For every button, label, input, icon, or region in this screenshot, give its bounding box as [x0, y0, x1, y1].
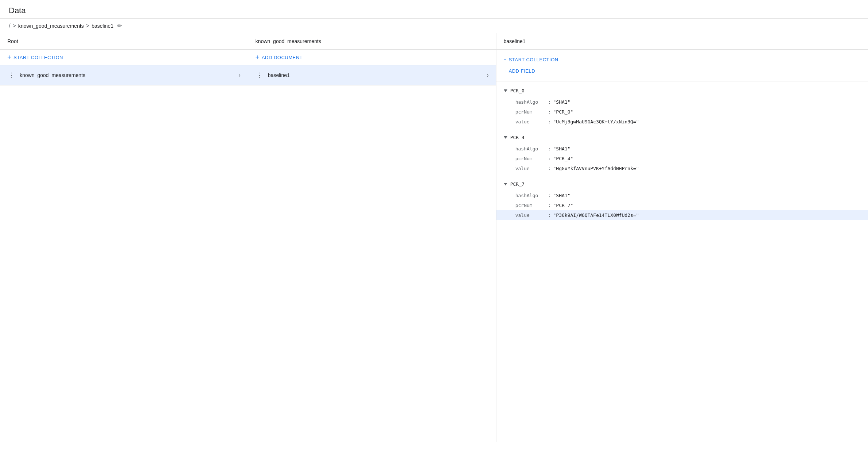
root-start-collection-button[interactable]: + START COLLECTION	[0, 50, 248, 65]
pcr-4-collapse-icon[interactable]	[504, 136, 507, 139]
baseline1-detail-panel: + START COLLECTION + ADD FIELD PCR_0	[496, 50, 868, 227]
breadcrumb: / > known_good_measurements > baseline1 …	[0, 19, 868, 33]
pcr-7-name: PCR_7	[510, 181, 525, 187]
pcr-4-value-val: "HgGxYkfAVVnuPVK+YfAddNHPrnk="	[553, 166, 639, 171]
baseline1-three-dots-icon[interactable]: ⋮	[256, 70, 264, 80]
pcr-4-value-key: value	[515, 166, 548, 171]
chevron-right-icon: ›	[239, 72, 241, 78]
pcr-0-value-val: "UcMj3gwMaU9GAc3QK+tY/xNin3Q="	[553, 119, 639, 124]
breadcrumb-collection-link[interactable]: known_good_measurements	[18, 23, 84, 29]
pcr-0-value-row: value : "UcMj3gwMaU9GAc3QK+tY/xNin3Q="	[496, 117, 868, 127]
baseline1-column: baseline1 + START COLLECTION + ADD FIELD…	[496, 33, 868, 442]
baseline1-start-collection-label: START COLLECTION	[509, 57, 558, 62]
pcr-7-value-val: "P36k9AI/W6QTAFe14TLX0WfUd2s="	[553, 212, 639, 218]
known-good-measurements-column: known_good_measurements + ADD DOCUMENT ⋮…	[248, 33, 496, 442]
pcr-4-group: PCR_4 hashAlgo : "SHA1" pcrNum : "PCR_4"	[496, 131, 868, 176]
pcr-4-hashalgo-value: "SHA1"	[553, 146, 571, 151]
known-good-measurements-header: known_good_measurements	[248, 33, 496, 50]
baseline1-actions: + START COLLECTION + ADD FIELD	[496, 50, 868, 81]
pcr-7-hashalgo-value: "SHA1"	[553, 193, 571, 198]
pcr-7-pcrnum-key: pcrNum	[515, 203, 548, 208]
pcr-4-pcrnum-value: "PCR_4"	[553, 156, 573, 161]
breadcrumb-chevron2: >	[86, 23, 89, 29]
pcr-4-name: PCR_4	[510, 135, 525, 140]
root-collection-item[interactable]: ⋮ known_good_measurements ›	[0, 65, 248, 85]
pcr-0-pcrnum-key: pcrNum	[515, 109, 548, 115]
add-field-plus-icon: +	[504, 68, 507, 74]
root-column: Root + START COLLECTION ⋮ known_good_mea…	[0, 33, 248, 442]
pcr-7-group: PCR_7 hashAlgo : "SHA1" pcrNum : "PCR_7"	[496, 178, 868, 223]
pcr-0-pcrnum-value: "PCR_0"	[553, 109, 573, 115]
pcr-4-hashalgo-row: hashAlgo : "SHA1"	[496, 144, 868, 154]
pcr-4-value-row: value : "HgGxYkfAVVnuPVK+YfAddNHPrnk="	[496, 164, 868, 173]
baseline1-start-collection-button[interactable]: + START COLLECTION	[504, 54, 861, 65]
pcr-0-value-key: value	[515, 119, 548, 124]
pcr-0-collapse-icon[interactable]	[504, 89, 507, 92]
add-field-label: ADD FIELD	[509, 68, 535, 74]
add-document-button[interactable]: + ADD DOCUMENT	[248, 50, 496, 65]
pcr-7-hashalgo-row: hashAlgo : "SHA1"	[496, 191, 868, 200]
breadcrumb-chevron1: >	[12, 23, 16, 29]
pcr-4-hashalgo-key: hashAlgo	[515, 146, 548, 151]
pcr-0-fields: hashAlgo : "SHA1" pcrNum : "PCR_0" value…	[496, 97, 868, 130]
fields-container: PCR_0 hashAlgo : "SHA1" pcrNum : "PCR_0"	[496, 81, 868, 227]
pcr-0-pcrnum-row: pcrNum : "PCR_0"	[496, 107, 868, 117]
baseline1-item-name: baseline1	[268, 72, 483, 78]
edit-icon[interactable]: ✏	[117, 22, 122, 29]
b1-start-plus-icon: +	[504, 57, 507, 62]
breadcrumb-slash: /	[9, 23, 10, 29]
pcr-4-pcrnum-key: pcrNum	[515, 156, 548, 161]
add-field-button[interactable]: + ADD FIELD	[504, 65, 861, 77]
baseline1-column-header: baseline1	[496, 33, 868, 50]
pcr-7-value-key: value	[515, 212, 548, 218]
pcr-0-hashalgo-key: hashAlgo	[515, 99, 548, 105]
pcr-4-fields: hashAlgo : "SHA1" pcrNum : "PCR_4" value…	[496, 144, 868, 176]
pcr-0-hashalgo-value: "SHA1"	[553, 99, 571, 105]
add-document-label: ADD DOCUMENT	[262, 55, 303, 60]
pcr-4-pcrnum-row: pcrNum : "PCR_4"	[496, 154, 868, 164]
three-dots-icon[interactable]: ⋮	[7, 70, 15, 80]
root-item-name: known_good_measurements	[20, 72, 234, 78]
pcr-7-pcrnum-value: "PCR_7"	[553, 203, 573, 208]
add-doc-plus-icon: +	[256, 54, 260, 61]
page-title: Data	[9, 6, 859, 15]
baseline1-chevron-right-icon: ›	[487, 72, 488, 78]
columns-container: Root + START COLLECTION ⋮ known_good_mea…	[0, 33, 868, 442]
pcr-7-fields: hashAlgo : "SHA1" pcrNum : "PCR_7" value…	[496, 191, 868, 223]
pcr-4-header[interactable]: PCR_4	[496, 131, 868, 144]
pcr-0-name: PCR_0	[510, 88, 525, 93]
pcr-7-header[interactable]: PCR_7	[496, 178, 868, 191]
pcr-7-value-row: value : "P36k9AI/W6QTAFe14TLX0WfUd2s="	[496, 210, 868, 220]
plus-icon: +	[7, 54, 11, 61]
pcr-7-hashalgo-key: hashAlgo	[515, 193, 548, 198]
breadcrumb-document: baseline1	[92, 23, 114, 29]
pcr-0-header[interactable]: PCR_0	[496, 84, 868, 97]
pcr-7-pcrnum-row: pcrNum : "PCR_7"	[496, 200, 868, 210]
root-column-header: Root	[0, 33, 248, 50]
pcr-0-hashalgo-row: hashAlgo : "SHA1"	[496, 97, 868, 107]
root-start-collection-label: START COLLECTION	[14, 55, 63, 60]
page-header: Data	[0, 0, 868, 19]
pcr-7-collapse-icon[interactable]	[504, 183, 507, 185]
baseline1-item[interactable]: ⋮ baseline1 ›	[248, 65, 496, 85]
pcr-0-group: PCR_0 hashAlgo : "SHA1" pcrNum : "PCR_0"	[496, 84, 868, 130]
